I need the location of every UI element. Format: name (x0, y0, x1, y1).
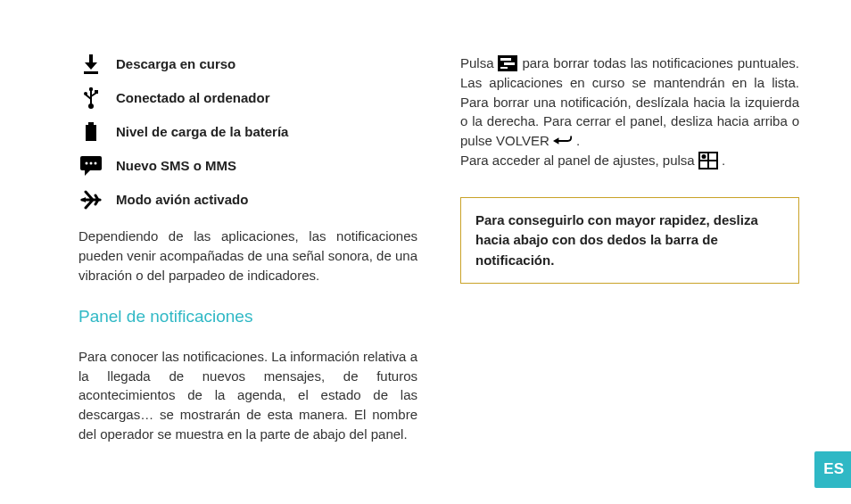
svg-point-14 (95, 162, 97, 165)
svg-marker-15 (80, 197, 86, 202)
clear-notifications-icon (498, 55, 517, 71)
svg-rect-7 (95, 90, 98, 94)
text-fragment: Para acceder al panel de ajustes, pulsa (460, 153, 698, 168)
panel-description: Para conocer las notificaciones. La info… (78, 347, 417, 444)
list-item: Nivel de carga de la batería (78, 121, 417, 143)
svg-rect-0 (89, 54, 93, 63)
instructions-paragraph: Pulsa para borrar todas las notificacion… (460, 54, 799, 170)
svg-rect-18 (500, 58, 511, 61)
svg-rect-8 (88, 122, 94, 125)
svg-marker-11 (85, 169, 91, 176)
page: Descarga en curso Conectado al ordenador… (0, 0, 851, 482)
section-title: Panel de notificaciones (78, 304, 417, 329)
svg-rect-26 (700, 161, 707, 168)
svg-point-24 (701, 154, 706, 159)
right-column: Pulsa para borrar todas las notificacion… (460, 54, 799, 464)
sms-icon (78, 155, 103, 177)
tip-box: Para conseguirlo con mayor rapidez, desl… (460, 197, 799, 285)
svg-rect-4 (90, 90, 92, 104)
airplane-icon (78, 189, 103, 211)
list-item: Modo avión activado (78, 189, 417, 211)
svg-marker-21 (553, 137, 558, 144)
icon-label: Nuevo SMS o MMS (116, 156, 236, 176)
language-tab: ES (814, 451, 851, 488)
settings-panel-icon (698, 153, 718, 169)
download-icon (78, 54, 103, 75)
language-code: ES (823, 460, 844, 477)
icon-label: Descarga en curso (116, 54, 235, 74)
svg-rect-25 (709, 153, 716, 160)
text-fragment: . (718, 153, 725, 168)
icon-label: Conectado al ordenador (116, 88, 270, 108)
svg-point-13 (90, 162, 93, 165)
svg-rect-20 (500, 67, 508, 69)
back-icon (553, 133, 573, 149)
list-item: Conectado al ordenador (78, 87, 417, 109)
svg-point-12 (86, 162, 88, 165)
svg-marker-1 (85, 62, 97, 70)
icon-label: Nivel de carga de la batería (116, 122, 288, 142)
text-fragment: Pulsa (460, 55, 498, 70)
text-fragment: . (573, 133, 580, 148)
status-icon-list: Descarga en curso Conectado al ordenador… (78, 54, 417, 211)
svg-rect-9 (86, 125, 96, 141)
list-item: Descarga en curso (78, 54, 417, 75)
notifications-note: Dependiendo de las aplicaciones, las not… (78, 227, 417, 285)
svg-rect-27 (709, 161, 716, 168)
svg-point-6 (84, 92, 87, 95)
svg-point-5 (88, 103, 94, 109)
svg-rect-19 (504, 62, 515, 65)
list-item: Nuevo SMS o MMS (78, 155, 417, 177)
icon-label: Modo avión activado (116, 190, 248, 210)
svg-rect-2 (84, 71, 98, 74)
left-column: Descarga en curso Conectado al ordenador… (78, 54, 417, 464)
battery-icon (78, 121, 103, 143)
usb-icon (78, 87, 103, 109)
tip-text: Para conseguirlo con mayor rapidez, desl… (475, 212, 758, 268)
